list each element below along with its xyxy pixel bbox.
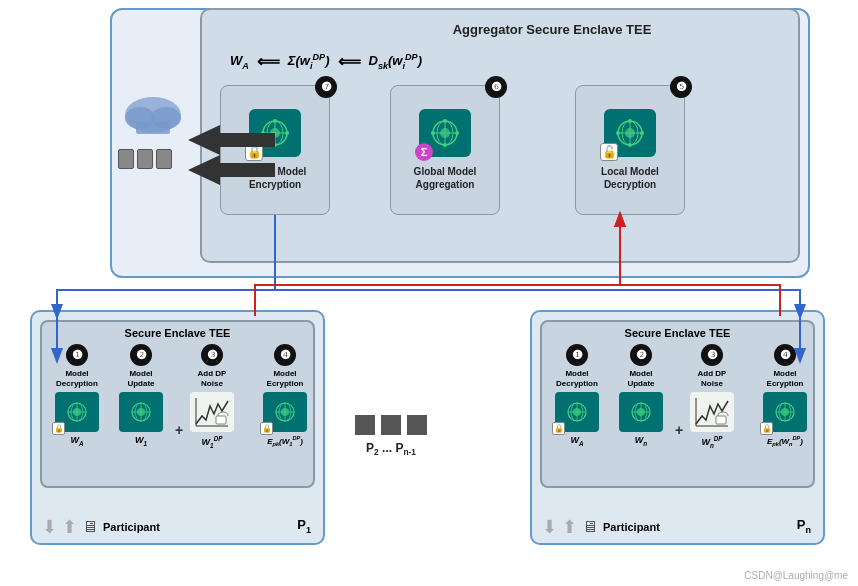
network-svg-aggregation bbox=[428, 118, 462, 148]
pn-plus: + bbox=[675, 422, 683, 438]
pn-bottom: ⬇ ⬆ 🖥 Participant bbox=[542, 516, 660, 538]
svg-point-27 bbox=[616, 131, 620, 135]
p1-step3-label: Add DPNoise bbox=[185, 369, 239, 388]
p1-badge2: ❷ bbox=[130, 344, 152, 366]
svg-rect-3 bbox=[136, 122, 170, 134]
formula-row: WA ⟸ Σ(wiDP) ⟸ Dsk(wiDP) bbox=[230, 52, 422, 71]
p1-step1-icon: 🔒 bbox=[55, 392, 99, 432]
dot3 bbox=[407, 415, 427, 435]
pn-step2: ❷ ModelUpdate Wn bbox=[614, 344, 668, 447]
pn-badge1: ❶ bbox=[566, 344, 588, 366]
svg-point-18 bbox=[431, 131, 435, 135]
pn-computer: 🖥 bbox=[582, 518, 598, 536]
pn-participant-label: Participant bbox=[603, 521, 660, 533]
arrow1: ⟸ bbox=[257, 52, 280, 71]
pn-chart-svg bbox=[694, 396, 730, 428]
p1-label: P1 bbox=[297, 517, 311, 535]
aggregation-icon-wrapper: Σ bbox=[419, 109, 471, 157]
p1-lock4: 🔒 bbox=[260, 422, 273, 435]
p1-step1-label: ModelDecryption bbox=[50, 369, 104, 388]
p1-lock1: 🔒 bbox=[52, 422, 65, 435]
watermark: CSDN@Laughing@me bbox=[744, 570, 848, 581]
pn-w2: Wn bbox=[614, 435, 668, 447]
decryption-label: Local ModelDecryption bbox=[601, 165, 659, 191]
svg-rect-61 bbox=[716, 416, 726, 424]
p1-step4-label: ModelEcryption bbox=[254, 369, 316, 388]
encryption-icon-wrapper: 🔒 bbox=[249, 109, 301, 157]
svg-point-9 bbox=[261, 131, 265, 135]
svg-point-29 bbox=[628, 119, 632, 123]
middle-dots-area: P2 ... Pn-1 bbox=[355, 415, 427, 457]
p1-step1: ❶ ModelDecryption 🔒 WA bbox=[50, 344, 104, 447]
p1-down-arrow: ⬇ bbox=[42, 516, 57, 538]
aggregation-label: Global ModelAggregation bbox=[414, 165, 477, 191]
pn-icon1-svg bbox=[563, 400, 591, 424]
middle-p-label: P2 ... Pn-1 bbox=[355, 441, 427, 457]
global-model-encryption-module: 🔒 Global ModelEncryption ❼ bbox=[220, 85, 330, 215]
pn-label: Pn bbox=[797, 517, 811, 535]
pn-badge3: ❸ bbox=[701, 344, 723, 366]
p1-step4: ❹ ModelEcryption 🔒 Epk(W1DP) bbox=[254, 344, 316, 447]
global-model-aggregation-module: Σ Global ModelAggregation ❻ bbox=[390, 85, 500, 215]
tee-inner-label: Aggregator Secure Enclave TEE bbox=[453, 22, 652, 37]
pn-step2-icon bbox=[619, 392, 663, 432]
formula-dsk: Dsk(wiDP) bbox=[369, 52, 422, 71]
pn-lock1: 🔒 bbox=[552, 422, 565, 435]
network-svg-decryption bbox=[613, 118, 647, 148]
pn-step1-label: ModelDecryption bbox=[550, 369, 604, 388]
participant1-tee-label: Secure Enclave TEE bbox=[42, 322, 313, 339]
pn-step4-icon: 🔒 bbox=[763, 392, 807, 432]
aggregation-icon-bg: Σ bbox=[419, 109, 471, 157]
svg-point-12 bbox=[273, 143, 277, 147]
svg-point-28 bbox=[640, 131, 644, 135]
pn-up-arrow: ⬆ bbox=[562, 516, 577, 538]
p1-w1: WA bbox=[50, 435, 104, 447]
p1-computer: 🖥 bbox=[82, 518, 98, 536]
svg-point-21 bbox=[443, 143, 447, 147]
pn-badge2: ❷ bbox=[630, 344, 652, 366]
lock-overlay: 🔒 bbox=[245, 143, 263, 161]
p1-w4: Epk(W1DP) bbox=[254, 435, 316, 447]
p1-badge1: ❶ bbox=[66, 344, 88, 366]
p1-icon2-svg bbox=[127, 400, 155, 424]
cloud-icon bbox=[118, 90, 188, 145]
svg-point-19 bbox=[455, 131, 459, 135]
pn-step1: ❶ ModelDecryption 🔒 WA bbox=[550, 344, 604, 447]
decryption-icon-bg: 🔓 bbox=[604, 109, 656, 157]
badge-6: ❻ bbox=[485, 76, 507, 98]
participant1-tee: Secure Enclave TEE ❶ ModelDecryption 🔒 W… bbox=[40, 320, 315, 488]
participantn-tee-label: Secure Enclave TEE bbox=[542, 322, 813, 339]
encryption-label: Global ModelEncryption bbox=[244, 165, 307, 191]
badge-7: ❼ bbox=[315, 76, 337, 98]
p1-step2: ❷ ModelUpdate W1 bbox=[114, 344, 168, 447]
svg-point-30 bbox=[628, 143, 632, 147]
p1-icon1-svg bbox=[63, 400, 91, 424]
pn-step2-label: ModelUpdate bbox=[614, 369, 668, 388]
formula-wa: WA bbox=[230, 53, 249, 71]
sigma-overlay: Σ bbox=[415, 143, 433, 161]
p1-plus: + bbox=[175, 422, 183, 438]
p1-step2-icon bbox=[119, 392, 163, 432]
p1-bottom: ⬇ ⬆ 🖥 Participant bbox=[42, 516, 160, 538]
local-model-decryption-module: 🔓 Local ModelDecryption ❺ bbox=[575, 85, 685, 215]
pn-step3-icon bbox=[690, 392, 734, 432]
pn-step3-label: Add DPNoise bbox=[685, 369, 739, 388]
arrow2: ⟸ bbox=[338, 52, 361, 71]
p1-participant-label: Participant bbox=[103, 521, 160, 533]
pn-step3: ❸ Add DPNoise WnDP bbox=[685, 344, 739, 449]
pn-step4: ❹ ModelEcryption 🔒 Epk(WnDP) bbox=[754, 344, 816, 447]
svg-rect-43 bbox=[216, 416, 226, 424]
participant1-box: Secure Enclave TEE ❶ ModelDecryption 🔒 W… bbox=[30, 310, 325, 545]
decryption-icon-wrapper: 🔓 bbox=[604, 109, 656, 157]
main-container: Aggregator Aggregator Secure Enclave TEE… bbox=[0, 0, 858, 586]
p1-step3-icon bbox=[190, 392, 234, 432]
p1-step3: ❸ Add DPNoise W1DP bbox=[185, 344, 239, 449]
pn-w3: WnDP bbox=[685, 435, 739, 449]
pn-w4: Epk(WnDP) bbox=[754, 435, 816, 447]
p1-icon4-svg bbox=[271, 400, 299, 424]
formula-sum: Σ(wiDP) bbox=[288, 52, 330, 71]
p1-badge3: ❸ bbox=[201, 344, 223, 366]
pn-step1-icon: 🔒 bbox=[555, 392, 599, 432]
pn-icon4-svg bbox=[771, 400, 799, 424]
unlock-overlay: 🔓 bbox=[600, 143, 618, 161]
